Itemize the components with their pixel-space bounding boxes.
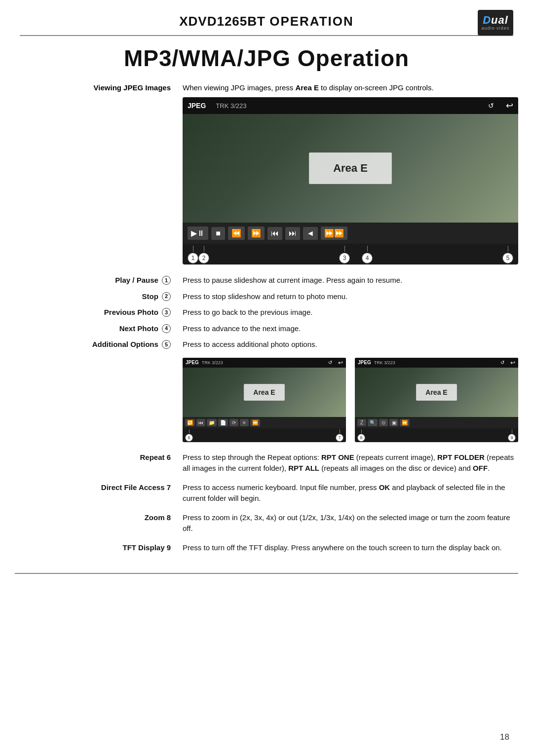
header-divider [20,35,513,36]
play-pause-desc: Press to pause slideshow at current imag… [183,275,518,286]
small-area-e-1: Area E [244,384,284,401]
header: XDVD1265BT OPERATION Dual audio·video [0,0,533,33]
jpeg-image-area: Area E [183,114,518,223]
small-topbar-2: JPEG TRK 3/223 ↺ ↩ [355,358,518,368]
stop-row: Stop 2 Press to stop slideshow and retur… [15,289,518,305]
zoom-desc: Press to zoom in (2x, 3x, 4x) or out (1/… [183,512,518,534]
large-player-wrapper: JPEG TRK 3/223 ↺ ↩ Area E ▶⏸ ■ ⏪ ⏩ ⏮ ⏭ ◄… [0,97,533,265]
sm-zoom-btn[interactable]: Z [357,419,366,426]
jpeg-player-large: JPEG TRK 3/223 ↺ ↩ Area E ▶⏸ ■ ⏪ ⏩ ⏮ ⏭ ◄… [183,97,518,265]
jpeg-topbar: JPEG TRK 3/223 ↺ ↩ [183,97,518,114]
add-options-row: Additional Options 5 Press to access add… [15,337,518,353]
sm-repeat-btn[interactable]: 🔁 [185,419,195,426]
stop-btn[interactable]: ■ [211,227,225,240]
sm-zoom-circle-btn[interactable]: ⊙ [379,419,388,426]
slow-btn[interactable]: ⏩⏩ [321,227,347,240]
fwd-btn[interactable]: ⏩ [248,227,265,240]
sm-disp-btn[interactable]: ▣ [389,419,398,426]
small-num-8: 8 [357,429,365,442]
header-title: XDVD1265BT OPERATION [179,14,354,29]
ctrl-numbers: 1 2 3 4 5 [183,244,518,265]
num-5-circle: 5 [162,340,171,349]
model-name: XDVD1265BT [179,14,266,29]
small-players-row: JPEG TRK 3/223 ↺ ↩ Area E 🔁 ⏮ 📁 📄 ⟳ ≡ ⏩ [183,358,518,442]
small-jpeg-label-1: JPEG [186,360,199,365]
repeat-row: Repeat 6 Press to step through the Repea… [15,448,518,478]
sm-slow3-btn[interactable]: ⏩ [400,419,410,426]
sm-eq-btn[interactable]: ≡ [240,419,249,426]
jpeg-controls: ▶⏸ ■ ⏪ ⏩ ⏮ ⏭ ◄ ⏩⏩ [183,223,518,244]
sm-zoom-in-btn[interactable]: 🔍 [368,419,378,426]
stop-label: Stop 2 [15,291,183,302]
prev-photo-label: Previous Photo 3 [15,307,183,318]
play-pause-btn[interactable]: ▶⏸ [188,227,208,240]
num-circle-3: 3 [339,253,350,264]
small-image-2: Area E [355,368,518,417]
small-jpeg-label-2: JPEG [358,360,371,365]
logo-sub: audio·video [481,26,509,31]
sm-prev-btn[interactable]: ⏮ [196,419,205,426]
small-players-wrapper: JPEG TRK 3/223 ↺ ↩ Area E 🔁 ⏮ 📁 📄 ⟳ ≡ ⏩ [0,358,533,442]
jpeg-label: JPEG [188,102,206,110]
num-9-circle: 9 [167,543,171,552]
operation-label: OPERATION [269,14,354,29]
small-num-7: 7 [336,429,343,442]
play-pause-row: Play / Pause 1 Press to pause slideshow … [15,272,518,289]
vol-down-btn[interactable]: ◄ [303,227,318,240]
small-topbar-1: JPEG TRK 3/223 ↺ ↩ [183,358,346,368]
small-nums-1: 6 7 [183,428,346,442]
add-options-label: Additional Options 5 [15,339,183,350]
ctrl-num-5: 5 [502,246,513,264]
small-controls-1: 🔁 ⏮ 📁 📄 ⟳ ≡ ⏩ [183,417,346,428]
small-area-e-2: Area E [416,384,457,401]
repeat-desc: Press to step through the Repeat options… [183,452,518,474]
logo-text: Dual [483,15,508,26]
num-8-circle: 8 [167,513,171,522]
page-number: 18 [500,732,509,742]
prev-btn[interactable]: ⏮ [267,227,282,240]
zoom-label: Zoom 8 [15,512,183,534]
direct-file-desc: Press to access numeric keyboard. Input … [183,482,518,504]
prev-photo-row: Previous Photo 3 Press to go back to the… [15,304,518,321]
page-title: MP3/WMA/JPG Operation [0,45,533,72]
rew-btn[interactable]: ⏪ [228,227,245,240]
num-circle-1: 1 [188,253,198,264]
tft-display-row: TFT Display 9 Press to turn off the TFT … [15,538,518,558]
num-3-circle: 3 [162,308,171,317]
num-7-circle: 7 [167,483,171,491]
sm-rot-btn[interactable]: ⟳ [229,419,238,426]
ctrl-num-2: 2 [198,246,209,264]
sm-file-btn[interactable]: 📄 [218,419,228,426]
play-pause-label: Play / Pause 1 [15,275,183,286]
direct-file-row: Direct File Access 7 Press to access num… [15,478,518,508]
small-back-2: ↩ [510,359,515,366]
num-line-2 [204,246,204,252]
stop-desc: Press to stop slideshow and return to ph… [183,291,518,302]
sm-folder-btn[interactable]: 📁 [207,419,217,426]
direct-file-label: Direct File Access 7 [15,482,183,504]
prev-photo-desc: Press to go back to the previous image. [183,307,518,318]
next-btn[interactable]: ⏭ [285,227,300,240]
small-num-9: 9 [508,429,516,442]
jpeg-player-small-2: JPEG TRK 3/223 ↺ ↩ Area E Z 🔍 ⊙ ▣ ⏩ [355,358,518,442]
num-circle-2: 2 [198,253,209,264]
sm-slow2-btn[interactable]: ⏩ [250,419,260,426]
ctrl-num-4: 4 [362,246,373,264]
num-2-circle: 2 [162,292,171,301]
bottom-divider [15,573,518,574]
ctrl-num-1: 1 [188,246,198,264]
next-photo-row: Next Photo 4 Press to advance to the nex… [15,321,518,337]
num-4-circle: 4 [162,324,171,333]
jpeg-ca: ↺ [488,102,494,110]
page: XDVD1265BT OPERATION Dual audio·video MP… [0,0,533,756]
small-trk-2: TRK 3/223 [374,360,395,365]
num-1-circle: 1 [162,276,171,285]
area-e-label: Area E [309,152,392,184]
small-controls-2: Z 🔍 ⊙ ▣ ⏩ [355,417,518,428]
viewing-desc: When viewing JPG images, press Area E to… [183,83,518,92]
jpeg-player-small-1: JPEG TRK 3/223 ↺ ↩ Area E 🔁 ⏮ 📁 📄 ⟳ ≡ ⏩ [183,358,346,442]
small-trk-1: TRK 3/223 [202,360,223,365]
small-nums-2: 8 9 [355,428,518,442]
repeat-label: Repeat 6 [15,452,183,474]
tft-desc: Press to turn off the TFT display. Press… [183,542,518,554]
